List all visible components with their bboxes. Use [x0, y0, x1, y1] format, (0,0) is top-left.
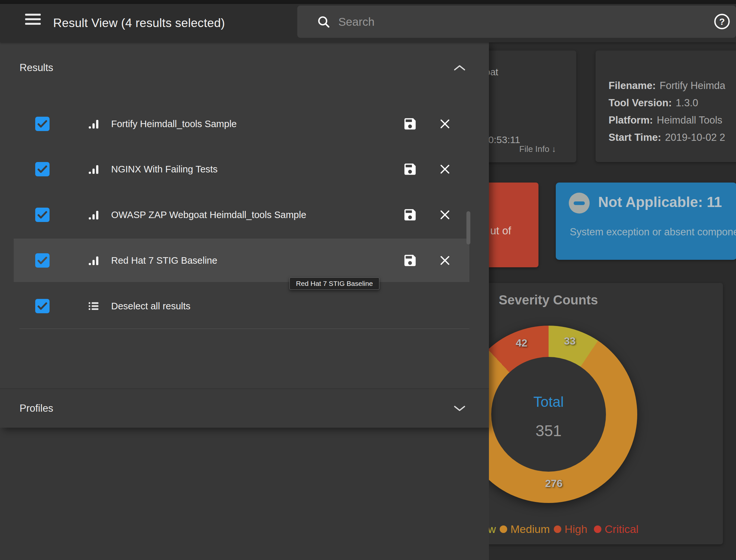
checkbox-checked[interactable] [35, 208, 50, 222]
svg-text:?: ? [719, 17, 725, 27]
results-header-label: Results [20, 62, 53, 74]
profiles-panel-header[interactable]: Profiles [0, 389, 489, 428]
legend-item-medium[interactable]: Medium [500, 522, 550, 537]
legend-dot-critical [594, 525, 601, 533]
result-row-redhat-hovered[interactable]: Red Hat 7 STIG Baseline [14, 239, 469, 282]
result-row-owasp-zap[interactable]: OWASP ZAP Webgoat Heimdall_tools Sample [0, 193, 489, 236]
chevron-up-icon [454, 65, 465, 71]
slice-value-high: 42 [516, 337, 527, 349]
file-detail-platform: Platform:Heimdall Tools [609, 111, 725, 129]
slice-value-medium: 276 [545, 478, 562, 490]
save-result-icon[interactable] [403, 116, 418, 131]
donut-total-label: Total [534, 394, 564, 410]
checkbox-checked[interactable] [35, 117, 50, 131]
minus-circle-icon [569, 193, 590, 214]
chart-bars-icon [87, 117, 100, 131]
result-label: Fortify Heimdall_tools Sample [111, 118, 237, 129]
checkbox-checked[interactable] [35, 162, 50, 176]
legend-dot-high [554, 525, 561, 533]
result-row-nginx[interactable]: NGINX With Failing Tests [0, 147, 489, 191]
chart-bars-icon [87, 208, 100, 222]
close-result-icon[interactable] [438, 254, 451, 267]
close-result-icon[interactable] [438, 163, 451, 176]
file-info-button[interactable]: File Info ↓ [519, 144, 556, 154]
save-result-icon[interactable] [403, 207, 418, 222]
search-bar [297, 6, 736, 38]
donut-hole [491, 357, 606, 472]
search-input[interactable] [338, 15, 697, 28]
deselect-all-label: Deselect all results [111, 301, 190, 311]
file-details-list: Filename:Fortify Heimda Tool Version:1.3… [609, 77, 725, 146]
results-drawer: Results Fortify Heimdall_tools Sample [0, 42, 489, 428]
file-detail-tool-version: Tool Version:1.3.0 [609, 94, 725, 111]
checkbox-checked[interactable] [35, 299, 50, 313]
drawer-scrollbar-thumb[interactable] [466, 211, 470, 244]
save-result-icon[interactable] [403, 253, 418, 268]
result-label: Red Hat 7 STIG Baseline [111, 255, 217, 266]
search-icon [316, 14, 331, 29]
result-label: OWASP ZAP Webgoat Heimdall_tools Sample [111, 209, 306, 220]
deselect-all-row[interactable]: Deselect all results [0, 284, 489, 328]
file-time-fragment: 0:53:11 [488, 134, 520, 145]
comparison-view-row: Comparison View [0, 327, 489, 371]
close-result-icon[interactable] [438, 208, 451, 221]
failed-text-fragment: ut of [490, 225, 511, 237]
list-icon [87, 299, 100, 313]
file-detail-start-time: Start Time:2019-10-02 2 [609, 129, 725, 146]
help-icon[interactable]: ? [714, 13, 730, 30]
file-detail-filename: Filename:Fortify Heimda [609, 77, 725, 94]
heimdall-result-view: oat 0:53:11 File Info ↓ Filename:Fortify… [0, 0, 736, 560]
result-label: NGINX With Failing Tests [111, 164, 218, 174]
chevron-down-icon [454, 405, 465, 411]
page-title: Result View (4 results selected) [53, 4, 225, 42]
window-top-strip [0, 0, 736, 4]
page-background-lower [0, 428, 489, 560]
legend-dot-medium [500, 525, 507, 533]
profiles-header-label: Profiles [20, 403, 53, 414]
result-row-fortify[interactable]: Fortify Heimdall_tools Sample [0, 102, 489, 145]
checkbox-checked[interactable] [35, 253, 50, 268]
legend-item-critical[interactable]: Critical [594, 522, 639, 537]
not-applicable-subtitle: System exception or absent compone [570, 226, 736, 238]
legend-item-high[interactable]: High [554, 522, 587, 537]
not-applicable-title: Not Applicable: 11 [598, 194, 722, 210]
slice-value-low: 33 [564, 335, 576, 347]
chart-bars-icon [87, 162, 100, 176]
donut-total-value: 351 [536, 422, 562, 440]
chart-bars-icon [87, 253, 100, 268]
close-result-icon[interactable] [438, 117, 451, 130]
severity-counts-title: Severity Counts [499, 293, 598, 307]
result-tooltip: Red Hat 7 STIG Baseline [289, 277, 379, 290]
results-panel-header[interactable]: Results [0, 42, 489, 93]
profiles-panel: Profiles [0, 389, 489, 428]
menu-icon[interactable] [25, 12, 41, 26]
save-result-icon[interactable] [403, 162, 418, 177]
